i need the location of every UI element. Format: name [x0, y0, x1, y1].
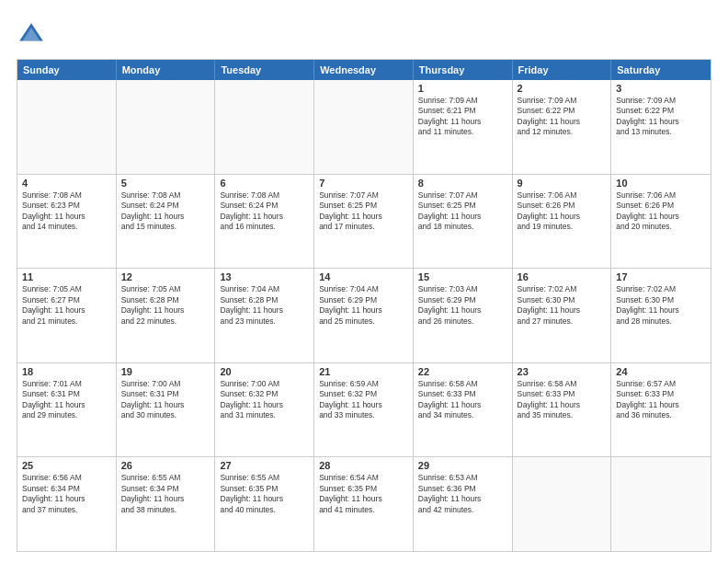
day-number: 8: [418, 178, 507, 189]
day-number: 25: [22, 460, 111, 471]
calendar-row: 11Sunrise: 7:05 AMSunset: 6:27 PMDayligh…: [17, 268, 711, 362]
day-info: Sunrise: 7:04 AMSunset: 6:28 PMDaylight:…: [220, 284, 309, 327]
day-info: Sunrise: 6:57 AMSunset: 6:33 PMDaylight:…: [616, 379, 706, 421]
calendar-cell: 3Sunrise: 7:09 AMSunset: 6:22 PMDaylight…: [611, 80, 711, 174]
day-info: Sunrise: 6:55 AMSunset: 6:34 PMDaylight:…: [121, 473, 210, 515]
calendar-cell: 5Sunrise: 7:08 AMSunset: 6:24 PMDaylight…: [117, 175, 216, 269]
calendar-row: 18Sunrise: 7:01 AMSunset: 6:31 PMDayligh…: [17, 362, 711, 457]
day-number: 29: [418, 460, 507, 471]
calendar-cell: 13Sunrise: 7:04 AMSunset: 6:28 PMDayligh…: [215, 269, 314, 362]
day-number: 15: [418, 271, 507, 282]
day-info: Sunrise: 7:03 AMSunset: 6:29 PMDaylight:…: [418, 284, 507, 327]
day-number: 23: [518, 366, 607, 377]
calendar-header-cell: Monday: [117, 60, 216, 80]
day-number: 22: [418, 366, 507, 377]
day-info: Sunrise: 7:09 AMSunset: 6:22 PMDaylight:…: [518, 96, 607, 138]
day-number: 18: [22, 366, 111, 377]
calendar-cell: 18Sunrise: 7:01 AMSunset: 6:31 PMDayligh…: [17, 363, 117, 457]
day-number: 16: [518, 271, 607, 282]
calendar-header-cell: Thursday: [414, 60, 513, 80]
day-number: 6: [220, 178, 309, 189]
calendar-cell: [215, 80, 314, 174]
day-info: Sunrise: 7:08 AMSunset: 6:24 PMDaylight:…: [121, 190, 210, 233]
calendar-cell: 9Sunrise: 7:06 AMSunset: 6:26 PMDaylight…: [513, 175, 612, 269]
day-number: 7: [319, 178, 408, 189]
day-number: 14: [319, 271, 408, 282]
calendar-cell: 2Sunrise: 7:09 AMSunset: 6:22 PMDaylight…: [513, 80, 612, 174]
calendar-row: 4Sunrise: 7:08 AMSunset: 6:23 PMDaylight…: [17, 174, 711, 269]
day-info: Sunrise: 7:04 AMSunset: 6:29 PMDaylight:…: [319, 284, 408, 327]
logo: [17, 20, 50, 50]
day-number: 9: [518, 178, 607, 189]
day-info: Sunrise: 7:00 AMSunset: 6:32 PMDaylight:…: [220, 379, 309, 421]
day-info: Sunrise: 6:54 AMSunset: 6:35 PMDaylight:…: [319, 473, 408, 515]
calendar-cell: 20Sunrise: 7:00 AMSunset: 6:32 PMDayligh…: [215, 363, 314, 457]
calendar-cell: [611, 457, 711, 551]
calendar-cell: 29Sunrise: 6:53 AMSunset: 6:36 PMDayligh…: [414, 457, 513, 551]
calendar-header-cell: Wednesday: [314, 60, 414, 80]
day-info: Sunrise: 7:07 AMSunset: 6:25 PMDaylight:…: [418, 190, 507, 233]
day-number: 20: [220, 366, 309, 377]
calendar-cell: 24Sunrise: 6:57 AMSunset: 6:33 PMDayligh…: [611, 363, 711, 457]
calendar-header-cell: Friday: [513, 60, 612, 80]
header: [17, 17, 711, 50]
day-info: Sunrise: 6:56 AMSunset: 6:34 PMDaylight:…: [22, 473, 111, 515]
calendar-cell: 4Sunrise: 7:08 AMSunset: 6:23 PMDaylight…: [17, 175, 117, 269]
day-number: 13: [220, 271, 309, 282]
day-number: 11: [22, 271, 111, 282]
calendar-cell: 17Sunrise: 7:02 AMSunset: 6:30 PMDayligh…: [611, 269, 711, 362]
calendar-cell: 6Sunrise: 7:08 AMSunset: 6:24 PMDaylight…: [215, 175, 314, 269]
calendar-cell: 11Sunrise: 7:05 AMSunset: 6:27 PMDayligh…: [17, 269, 117, 362]
calendar-header-cell: Saturday: [611, 60, 711, 80]
calendar-cell: 15Sunrise: 7:03 AMSunset: 6:29 PMDayligh…: [414, 269, 513, 362]
day-info: Sunrise: 7:07 AMSunset: 6:25 PMDaylight:…: [319, 190, 408, 233]
calendar-cell: 21Sunrise: 6:59 AMSunset: 6:32 PMDayligh…: [314, 363, 414, 457]
day-number: 17: [616, 271, 706, 282]
day-info: Sunrise: 7:00 AMSunset: 6:31 PMDaylight:…: [121, 379, 210, 421]
calendar-cell: [117, 80, 216, 174]
day-info: Sunrise: 6:53 AMSunset: 6:36 PMDaylight:…: [418, 473, 507, 515]
day-info: Sunrise: 7:01 AMSunset: 6:31 PMDaylight:…: [22, 379, 111, 421]
day-info: Sunrise: 6:58 AMSunset: 6:33 PMDaylight:…: [518, 379, 607, 421]
day-info: Sunrise: 7:02 AMSunset: 6:30 PMDaylight:…: [518, 284, 607, 327]
calendar-cell: 26Sunrise: 6:55 AMSunset: 6:34 PMDayligh…: [117, 457, 216, 551]
calendar-cell: 23Sunrise: 6:58 AMSunset: 6:33 PMDayligh…: [513, 363, 612, 457]
day-info: Sunrise: 7:05 AMSunset: 6:27 PMDaylight:…: [22, 284, 111, 327]
day-info: Sunrise: 7:06 AMSunset: 6:26 PMDaylight:…: [518, 190, 607, 233]
day-info: Sunrise: 7:02 AMSunset: 6:30 PMDaylight:…: [616, 284, 706, 327]
calendar-cell: [17, 80, 117, 174]
calendar-cell: 27Sunrise: 6:55 AMSunset: 6:35 PMDayligh…: [215, 457, 314, 551]
page: SundayMondayTuesdayWednesdayThursdayFrid…: [0, 0, 728, 563]
calendar-cell: [314, 80, 414, 174]
day-info: Sunrise: 6:59 AMSunset: 6:32 PMDaylight:…: [319, 379, 408, 421]
calendar-cell: 10Sunrise: 7:06 AMSunset: 6:26 PMDayligh…: [611, 175, 711, 269]
calendar-cell: 8Sunrise: 7:07 AMSunset: 6:25 PMDaylight…: [414, 175, 513, 269]
calendar-cell: [513, 457, 612, 551]
calendar-cell: 1Sunrise: 7:09 AMSunset: 6:21 PMDaylight…: [414, 80, 513, 174]
day-info: Sunrise: 7:09 AMSunset: 6:21 PMDaylight:…: [418, 96, 507, 138]
calendar-header: SundayMondayTuesdayWednesdayThursdayFrid…: [17, 60, 711, 80]
day-info: Sunrise: 7:09 AMSunset: 6:22 PMDaylight:…: [616, 96, 706, 138]
calendar: SundayMondayTuesdayWednesdayThursdayFrid…: [17, 59, 711, 552]
calendar-cell: 25Sunrise: 6:56 AMSunset: 6:34 PMDayligh…: [17, 457, 117, 551]
calendar-header-cell: Tuesday: [215, 60, 314, 80]
day-info: Sunrise: 6:55 AMSunset: 6:35 PMDaylight:…: [220, 473, 309, 515]
calendar-cell: 16Sunrise: 7:02 AMSunset: 6:30 PMDayligh…: [513, 269, 612, 362]
day-number: 26: [121, 460, 210, 471]
calendar-row: 1Sunrise: 7:09 AMSunset: 6:21 PMDaylight…: [17, 80, 711, 174]
day-info: Sunrise: 6:58 AMSunset: 6:33 PMDaylight:…: [418, 379, 507, 421]
day-number: 1: [418, 83, 507, 94]
day-info: Sunrise: 7:08 AMSunset: 6:24 PMDaylight:…: [220, 190, 309, 233]
day-number: 4: [22, 178, 111, 189]
day-info: Sunrise: 7:06 AMSunset: 6:26 PMDaylight:…: [616, 190, 706, 233]
day-number: 2: [518, 83, 607, 94]
calendar-cell: 22Sunrise: 6:58 AMSunset: 6:33 PMDayligh…: [414, 363, 513, 457]
day-number: 27: [220, 460, 309, 471]
calendar-cell: 14Sunrise: 7:04 AMSunset: 6:29 PMDayligh…: [314, 269, 414, 362]
logo-icon: [17, 20, 46, 50]
calendar-cell: 12Sunrise: 7:05 AMSunset: 6:28 PMDayligh…: [117, 269, 216, 362]
day-number: 5: [121, 178, 210, 189]
day-number: 3: [616, 83, 706, 94]
day-number: 12: [121, 271, 210, 282]
calendar-header-cell: Sunday: [17, 60, 117, 80]
